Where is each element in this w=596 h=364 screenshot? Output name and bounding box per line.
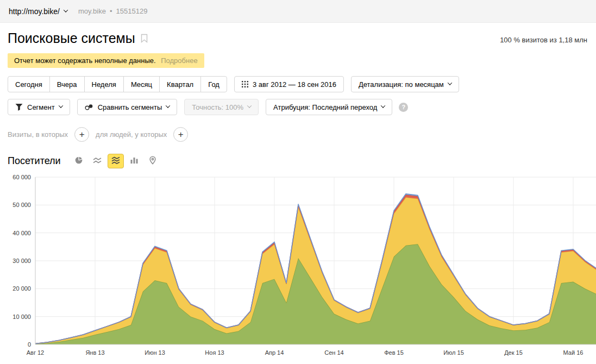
date-range-button[interactable]: 3 авг 2012 — 18 сен 2016 (234, 76, 344, 92)
chart-type-pie-button[interactable] (71, 154, 87, 168)
visitors-title: Посетители (8, 155, 61, 167)
svg-text:Сен 14: Сен 14 (324, 349, 343, 356)
svg-text:Ноя 13: Ноя 13 (205, 349, 224, 356)
svg-text:Июл 15: Июл 15 (443, 349, 464, 356)
incomplete-data-notice: Отчет может содержать неполные данные. П… (8, 53, 204, 68)
period-row: Сегодня Вчера Неделя Месяц Квартал Год 3… (8, 76, 596, 92)
add-visit-filter-button[interactable]: + (74, 127, 89, 142)
visitors-chart: 010 00020 00030 00040 00050 00060 000Авг… (8, 174, 596, 364)
add-people-filter-button[interactable]: + (173, 127, 188, 142)
svg-text:0: 0 (28, 341, 31, 348)
period-tab-quarter[interactable]: Квартал (159, 76, 201, 92)
svg-text:30 000: 30 000 (12, 258, 31, 264)
chart-type-stacked-area-button[interactable] (108, 154, 124, 168)
topbar: http://moy.bike/ moy.bike • 15515129 (0, 0, 596, 23)
title-row: Поисковые системы 100 % визитов из 1,18 … (8, 30, 596, 46)
period-tab-yesterday[interactable]: Вчера (49, 76, 85, 92)
svg-text:50 000: 50 000 (12, 202, 31, 208)
pie-chart-icon (74, 156, 83, 166)
site-switcher[interactable]: http://moy.bike/ (9, 7, 67, 16)
chart-header: Посетители (8, 154, 596, 168)
detalization-button[interactable]: Детализация: по месяцам (351, 76, 459, 92)
attribution-label: Атрибуция: Последний переход (273, 103, 377, 111)
stacked-area-chart: 010 00020 00030 00040 00050 00060 000Авг… (8, 174, 596, 363)
notice-text: Отчет может содержать неполные данные. (14, 57, 156, 65)
svg-text:10 000: 10 000 (12, 313, 31, 320)
chevron-down-icon (381, 103, 385, 108)
details-link[interactable]: Подробнее (161, 57, 197, 65)
chart-type-map-button[interactable] (145, 154, 161, 168)
columns-icon (130, 156, 139, 166)
svg-text:20 000: 20 000 (12, 285, 31, 292)
period-tab-month[interactable]: Месяц (123, 76, 160, 92)
chevron-down-icon (247, 103, 252, 108)
line-chart-icon (93, 156, 102, 166)
svg-text:40 000: 40 000 (12, 230, 31, 236)
map-pin-icon (148, 156, 157, 166)
chevron-down-icon (166, 103, 170, 108)
svg-text:Июн 13: Июн 13 (145, 349, 165, 356)
page-title: Поисковые системы (8, 30, 135, 46)
stacked-area-icon (111, 156, 120, 166)
svg-text:Фев 15: Фев 15 (384, 349, 404, 356)
toolbar-row: Сегмент Сравнить сегменты Точность: 100%… (8, 99, 596, 115)
counter-info: moy.bike • 15515129 (78, 7, 147, 15)
visits-filter-label: Визиты, в которых (8, 130, 68, 139)
chevron-down-icon (448, 80, 452, 85)
period-tab-week[interactable]: Неделя (84, 76, 124, 92)
svg-text:60 000: 60 000 (12, 174, 31, 180)
svg-text:Авг 12: Авг 12 (27, 349, 44, 356)
period-tabs: Сегодня Вчера Неделя Месяц Квартал Год (8, 76, 227, 92)
chevron-down-icon (58, 103, 62, 108)
filter-row: Визиты, в которых + для людей, у которых… (8, 127, 596, 142)
segment-label: Сегмент (27, 103, 55, 111)
filter-funnel-icon (15, 103, 23, 111)
visits-summary: 100 % визитов из 1,18 млн (500, 36, 587, 44)
chart-type-line-button[interactable] (89, 154, 105, 168)
svg-text:Дек 15: Дек 15 (504, 349, 523, 356)
svg-text:Янв 13: Янв 13 (85, 349, 104, 356)
compare-segments-button[interactable]: Сравнить сегменты (77, 99, 178, 115)
segment-button[interactable]: Сегмент (8, 99, 70, 115)
bookmark-icon[interactable] (141, 34, 148, 45)
svg-text:Апр 14: Апр 14 (265, 349, 284, 356)
separator-dot: • (110, 7, 112, 15)
date-range-label: 3 авг 2012 — 18 сен 2016 (253, 80, 336, 89)
chart-type-columns-button[interactable] (126, 154, 142, 168)
detalization-label: Детализация: по месяцам (359, 80, 444, 89)
svg-text:Май 16: Май 16 (563, 349, 584, 356)
period-tab-year[interactable]: Год (200, 76, 227, 92)
counter-id: 15515129 (116, 7, 148, 15)
help-icon[interactable]: ? (399, 103, 408, 112)
people-filter-label: для людей, у которых (96, 130, 167, 139)
site-name: moy.bike (78, 7, 106, 15)
attribution-button[interactable]: Атрибуция: Последний переход (266, 99, 392, 115)
accuracy-label: Точность: 100% (192, 103, 243, 111)
compare-segments-label: Сравнить сегменты (98, 103, 162, 111)
calendar-grid-icon (242, 81, 248, 87)
accuracy-button[interactable]: Точность: 100% (184, 99, 259, 115)
chevron-down-icon (64, 8, 68, 12)
period-tab-today[interactable]: Сегодня (8, 76, 50, 92)
compare-segments-icon (85, 104, 93, 110)
site-url: http://moy.bike/ (9, 7, 60, 16)
